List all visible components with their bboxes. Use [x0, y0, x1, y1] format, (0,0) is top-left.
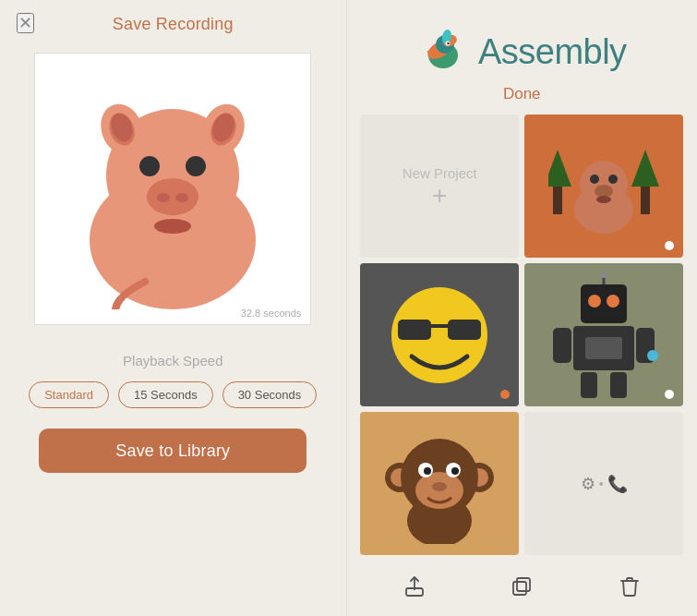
- svg-point-10: [175, 193, 188, 202]
- monkey-thumb-svg: [379, 424, 499, 544]
- phone-icon: 📞: [607, 474, 628, 494]
- app-name: Assembly: [478, 32, 627, 72]
- smiley-thumb-svg: [379, 275, 499, 395]
- assembly-logo: [417, 26, 469, 78]
- playback-speed-label: Playback Speed: [123, 353, 222, 368]
- close-button[interactable]: ✕: [17, 13, 34, 33]
- svg-rect-24: [641, 187, 650, 214]
- speed-15-button[interactable]: 15 Seconds: [118, 381, 213, 408]
- panel-title: Save Recording: [113, 15, 234, 34]
- preview-box: 32.8 seconds: [34, 53, 311, 325]
- speed-standard-button[interactable]: Standard: [29, 381, 109, 408]
- svg-point-7: [186, 156, 206, 176]
- speed-buttons: Standard 15 Seconds 30 Seconds: [29, 381, 317, 408]
- speed-30-button[interactable]: 30 Seconds: [222, 381, 318, 408]
- svg-rect-62: [513, 582, 526, 595]
- projects-grid: New Project +: [360, 115, 683, 555]
- svg-rect-63: [517, 578, 530, 591]
- app-header: Assembly: [417, 26, 627, 78]
- right-panel: Assembly Done New Project +: [347, 0, 697, 616]
- smiley-project-item[interactable]: [360, 263, 519, 406]
- save-to-library-button[interactable]: Save to Library: [39, 429, 306, 473]
- done-label: Done: [503, 85, 541, 103]
- duplicate-icon: [511, 575, 533, 598]
- svg-marker-25: [631, 150, 659, 187]
- new-project-plus-icon: +: [432, 183, 447, 209]
- svg-point-58: [451, 467, 459, 475]
- svg-rect-47: [585, 337, 622, 359]
- svg-point-57: [424, 467, 431, 475]
- share-icon: [403, 575, 426, 598]
- svg-point-40: [600, 271, 607, 278]
- duration-label: 32.8 seconds: [241, 308, 301, 319]
- robot-thumb: [524, 263, 683, 406]
- svg-marker-23: [548, 150, 571, 187]
- svg-rect-22: [553, 187, 562, 214]
- svg-point-9: [157, 193, 170, 202]
- svg-rect-36: [581, 284, 627, 323]
- monkey-project-item[interactable]: [360, 412, 519, 555]
- gear-icon: ⚙: [581, 474, 595, 494]
- pig-thumb: [524, 115, 683, 258]
- bottom-toolbar: [360, 564, 683, 616]
- svg-rect-33: [398, 320, 431, 340]
- duplicate-button[interactable]: [511, 575, 533, 603]
- dot-icon: •: [599, 477, 604, 491]
- svg-point-46: [647, 350, 658, 361]
- svg-rect-42: [553, 328, 571, 363]
- svg-rect-44: [581, 372, 597, 398]
- new-project-label: New Project: [403, 163, 477, 183]
- share-button[interactable]: [403, 575, 426, 603]
- delete-button[interactable]: [619, 575, 641, 603]
- svg-rect-34: [448, 320, 481, 340]
- svg-point-28: [590, 175, 599, 184]
- trash-icon: [619, 575, 641, 598]
- chat-project-item[interactable]: ⚙ • 📞: [524, 412, 683, 555]
- pig-svg: [62, 69, 283, 309]
- svg-point-31: [596, 196, 611, 203]
- svg-point-11: [154, 219, 191, 234]
- smiley-thumb: [360, 263, 519, 406]
- svg-point-21: [447, 42, 449, 44]
- pig-illustration: [35, 54, 310, 324]
- new-project-item[interactable]: New Project +: [360, 115, 519, 258]
- chat-thumb: ⚙ • 📞: [524, 412, 683, 555]
- chat-icons: ⚙ • 📞: [581, 474, 628, 494]
- robot-project-item[interactable]: [524, 263, 683, 406]
- svg-point-29: [608, 175, 618, 184]
- svg-point-6: [139, 156, 160, 176]
- pig-project-item[interactable]: [524, 115, 683, 258]
- svg-point-59: [432, 482, 447, 491]
- svg-point-30: [595, 185, 613, 198]
- svg-point-8: [147, 178, 198, 215]
- svg-point-38: [607, 295, 619, 308]
- pig-thumb-svg: [548, 131, 659, 242]
- monkey-thumb: [360, 412, 519, 555]
- svg-point-37: [588, 295, 601, 308]
- left-panel: ✕ Save Recording: [0, 0, 346, 616]
- svg-rect-45: [610, 372, 627, 398]
- robot-thumb-svg: [544, 271, 664, 400]
